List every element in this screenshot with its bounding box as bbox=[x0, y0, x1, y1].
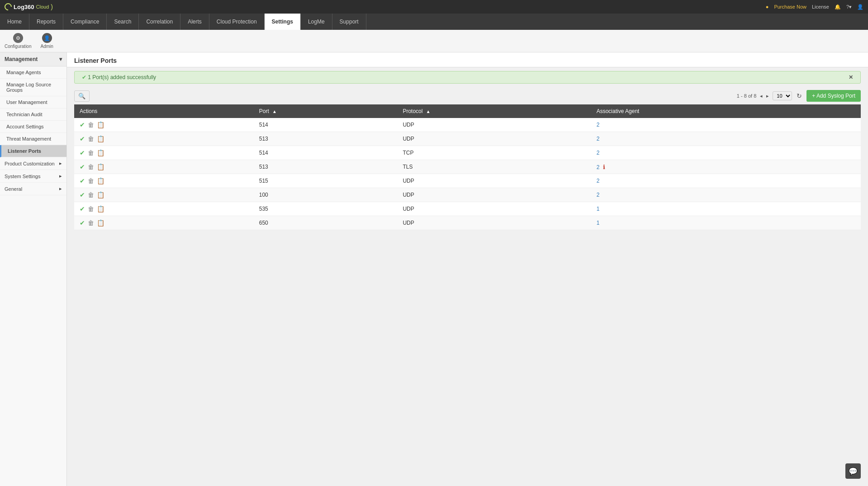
system-settings-arrow-icon: ▸ bbox=[59, 173, 62, 179]
brand-cloud: Cloud bbox=[36, 4, 49, 9]
col-port[interactable]: Port ▲ bbox=[254, 104, 398, 118]
sub-nav-admin[interactable]: 👤 Admin bbox=[40, 33, 53, 49]
nav-home[interactable]: Home bbox=[0, 14, 29, 30]
edit-icon[interactable]: 📋 bbox=[97, 205, 104, 212]
sidebar-item-threat-management[interactable]: Threat Management bbox=[0, 133, 66, 145]
chat-widget[interactable]: 💬 bbox=[845, 463, 861, 479]
enable-icon[interactable]: ✔ bbox=[80, 177, 85, 184]
page-size-select[interactable]: 10 25 50 bbox=[773, 91, 792, 100]
delete-icon[interactable]: 🗑 bbox=[88, 219, 94, 226]
general-arrow-icon: ▸ bbox=[59, 186, 62, 192]
port-cell: 513 bbox=[254, 160, 398, 174]
edit-icon[interactable]: 📋 bbox=[97, 177, 104, 184]
sidebar-system-settings-header[interactable]: System Settings ▸ bbox=[0, 170, 66, 183]
nav-alerts[interactable]: Alerts bbox=[180, 14, 209, 30]
delete-icon[interactable]: 🗑 bbox=[88, 177, 94, 184]
enable-icon[interactable]: ✔ bbox=[80, 121, 85, 128]
nav-reports[interactable]: Reports bbox=[29, 14, 63, 30]
table-row: ✔ 🗑 📋 514UDP2 bbox=[74, 118, 861, 132]
table-header-row: Actions Port ▲ Protocol ▲ Associative Ag… bbox=[74, 104, 861, 118]
search-section: 🔍 bbox=[74, 90, 90, 102]
enable-icon[interactable]: ✔ bbox=[80, 219, 85, 226]
port-sort-icon: ▲ bbox=[272, 109, 277, 114]
sidebar-item-user-management[interactable]: User Management bbox=[0, 96, 66, 109]
agent-cell: 2 bbox=[591, 146, 861, 160]
protocol-sort-icon: ▲ bbox=[426, 109, 431, 114]
port-cell: 514 bbox=[254, 118, 398, 132]
edit-icon[interactable]: 📋 bbox=[97, 135, 104, 142]
actions-cell: ✔ 🗑 📋 bbox=[74, 174, 254, 188]
nav-logme[interactable]: LogMe bbox=[301, 14, 332, 30]
sub-nav-configuration[interactable]: ⚙ Configuration bbox=[5, 33, 31, 49]
edit-icon[interactable]: 📋 bbox=[97, 121, 104, 128]
actions-cell: ✔ 🗑 📋 bbox=[74, 216, 254, 230]
enable-icon[interactable]: ✔ bbox=[80, 135, 85, 142]
sidebar-product-customization-header[interactable]: Product Customization ▸ bbox=[0, 157, 66, 170]
agent-cell: 2 bbox=[591, 118, 861, 132]
port-cell: 100 bbox=[254, 188, 398, 202]
port-cell: 514 bbox=[254, 146, 398, 160]
nav-search[interactable]: Search bbox=[107, 14, 139, 30]
nav-cloud-protection[interactable]: Cloud Protection bbox=[209, 14, 265, 30]
product-customization-arrow-icon: ▸ bbox=[59, 160, 62, 166]
sidebar-item-manage-log-source-groups[interactable]: Manage Log Source Groups bbox=[0, 79, 66, 96]
delete-icon[interactable]: 🗑 bbox=[88, 149, 94, 156]
edit-icon[interactable]: 📋 bbox=[97, 219, 104, 226]
enable-icon[interactable]: ✔ bbox=[80, 163, 85, 170]
enable-icon[interactable]: ✔ bbox=[80, 191, 85, 198]
agent-link[interactable]: 1 bbox=[597, 220, 600, 226]
user-avatar-icon[interactable]: 👤 bbox=[857, 4, 863, 10]
protocol-cell: UDP bbox=[397, 132, 591, 146]
delete-icon[interactable]: 🗑 bbox=[88, 163, 94, 170]
table-row: ✔ 🗑 📋 100UDP2 bbox=[74, 188, 861, 202]
agent-link[interactable]: 1 bbox=[597, 206, 600, 212]
logo-swoosh-icon bbox=[3, 2, 14, 12]
sub-nav: ⚙ Configuration 👤 Admin bbox=[0, 30, 868, 52]
help-icon[interactable]: ?▾ bbox=[846, 4, 852, 10]
bell-icon[interactable]: 🔔 bbox=[835, 4, 841, 10]
agent-cell: 2 bbox=[591, 188, 861, 202]
delete-icon[interactable]: 🗑 bbox=[88, 205, 94, 212]
sidebar-item-listener-ports[interactable]: Listener Ports bbox=[0, 145, 66, 157]
close-banner-button[interactable]: ✕ bbox=[849, 74, 853, 80]
agent-link[interactable]: 2 bbox=[597, 192, 600, 198]
nav-support[interactable]: Support bbox=[332, 14, 366, 30]
sidebar-item-manage-agents[interactable]: Manage Agents bbox=[0, 66, 66, 79]
license-link[interactable]: License bbox=[812, 4, 829, 9]
nav-correlation[interactable]: Correlation bbox=[139, 14, 180, 30]
pagination-arrow-right[interactable]: ▸ bbox=[766, 93, 769, 99]
enable-icon[interactable]: ✔ bbox=[80, 205, 85, 212]
agent-link[interactable]: 2 bbox=[597, 136, 600, 142]
sidebar-item-technician-audit[interactable]: Technician Audit bbox=[0, 109, 66, 121]
agent-cell: 2 bbox=[591, 174, 861, 188]
nav-compliance[interactable]: Compliance bbox=[63, 14, 107, 30]
purchase-now-link[interactable]: Purchase Now bbox=[774, 4, 806, 9]
col-actions[interactable]: Actions bbox=[74, 104, 254, 118]
search-button[interactable]: 🔍 bbox=[74, 90, 90, 102]
edit-icon[interactable]: 📋 bbox=[97, 163, 104, 170]
delete-icon[interactable]: 🗑 bbox=[88, 121, 94, 128]
agent-cell: 2 ℹ bbox=[591, 160, 861, 174]
nav-settings[interactable]: Settings bbox=[265, 14, 301, 30]
success-banner: ✔ 1 Port(s) added successfully ✕ bbox=[74, 71, 861, 84]
edit-icon[interactable]: 📋 bbox=[97, 149, 104, 156]
pagination-arrow-left[interactable]: ◂ bbox=[760, 93, 763, 99]
col-associative-agent[interactable]: Associative Agent bbox=[591, 104, 861, 118]
refresh-button[interactable]: ↻ bbox=[797, 92, 802, 99]
agent-link[interactable]: 2 bbox=[597, 164, 600, 170]
enable-icon[interactable]: ✔ bbox=[80, 149, 85, 156]
port-cell: 650 bbox=[254, 216, 398, 230]
delete-icon[interactable]: 🗑 bbox=[88, 135, 94, 142]
agent-link[interactable]: 2 bbox=[597, 122, 600, 128]
add-syslog-port-button[interactable]: + Add Syslog Port bbox=[806, 90, 861, 102]
sidebar-management-header[interactable]: Management ▾ bbox=[0, 52, 66, 66]
agent-link[interactable]: 2 bbox=[597, 178, 600, 184]
col-protocol[interactable]: Protocol ▲ bbox=[397, 104, 591, 118]
agent-link[interactable]: 2 bbox=[597, 150, 600, 156]
delete-icon[interactable]: 🗑 bbox=[88, 191, 94, 198]
edit-icon[interactable]: 📋 bbox=[97, 191, 104, 198]
sidebar-general-header[interactable]: General ▸ bbox=[0, 183, 66, 195]
table-row: ✔ 🗑 📋 535UDP1 bbox=[74, 202, 861, 216]
protocol-cell: TLS bbox=[397, 160, 591, 174]
sidebar-item-account-settings[interactable]: Account Settings bbox=[0, 121, 66, 133]
